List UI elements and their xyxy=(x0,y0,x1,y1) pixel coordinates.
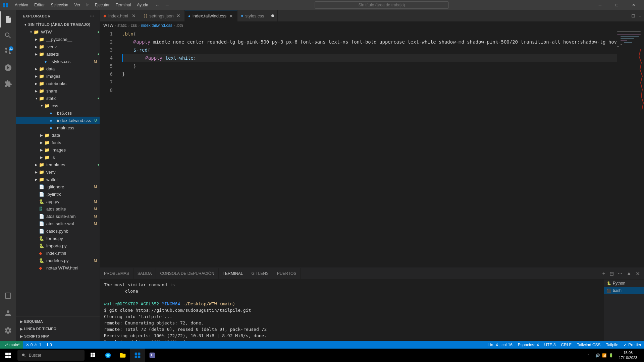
tree-atos-sqlite[interactable]: ▶ 🗄 atos.sqlite M xyxy=(16,205,100,213)
search-icon[interactable] xyxy=(0,27,16,44)
workspace-root[interactable]: ▾ SIN TÍTULO (ÁREA DE TRABAJO) xyxy=(16,21,100,28)
taskview-icon[interactable] xyxy=(86,349,101,362)
tab-index-html[interactable]: ◆ index.html ✕ xyxy=(100,10,140,21)
tree-css-folder[interactable]: ▾ 📁 css xyxy=(16,102,100,109)
tree-data[interactable]: ▶ 📁 data xyxy=(16,65,100,72)
extensions-icon[interactable] xyxy=(0,76,16,92)
breadcrumb-item[interactable]: index.tailwind.css xyxy=(141,23,172,28)
tab-styles-css[interactable]: ● styles.css xyxy=(237,10,278,21)
show-desktop-button[interactable] xyxy=(640,349,644,362)
prettier-status[interactable]: ✓ Prettier xyxy=(621,341,644,349)
menu-archivo[interactable]: Archivo xyxy=(12,2,31,8)
battery-icon[interactable]: 🔋 xyxy=(609,353,613,358)
teams-icon[interactable]: T xyxy=(145,349,160,362)
tree-static[interactable]: ▾ 📁 static ● xyxy=(16,95,100,102)
tab-gitlens[interactable]: GITLENS xyxy=(247,268,273,279)
taskbar-search[interactable]: Buscar xyxy=(17,350,85,361)
tree-pylintrc[interactable]: ▶ 📄 .pylintrc xyxy=(16,190,100,198)
wifi-icon[interactable]: 📶 xyxy=(602,353,607,358)
tree-forms-py[interactable]: ▶ 🐍 forms.py xyxy=(16,235,100,242)
tree-venv2[interactable]: ▶ 📁 venv xyxy=(16,168,100,176)
network-icon[interactable]: 🔊 xyxy=(595,353,600,358)
menu-seleccion[interactable]: Selección xyxy=(48,2,71,8)
maximize-panel-button[interactable]: ▲ xyxy=(625,270,633,277)
linea-tiempo-section[interactable]: ▶ LÍNEA DE TIEMPO xyxy=(16,325,100,333)
tree-index-html[interactable]: ▶ ◆ index.html xyxy=(16,249,100,257)
add-terminal-button[interactable]: + xyxy=(601,270,606,277)
tree-styles-css[interactable]: ▶ ● styles.css M xyxy=(16,58,100,65)
tab-consola[interactable]: CONSOLA DE DEPURACIÓN xyxy=(156,268,218,279)
breadcrumb-item[interactable]: static xyxy=(117,23,127,28)
tab-settings-json[interactable]: { } settings.json ✕ xyxy=(140,10,185,21)
tab-problemas[interactable]: PROBLEMAS xyxy=(100,268,133,279)
breadcrumb-item[interactable]: .btn xyxy=(176,23,183,28)
close-button[interactable]: ✕ xyxy=(626,0,641,10)
tree-templates[interactable]: ▶ 📁 templates ● xyxy=(16,161,100,168)
menu-terminal[interactable]: Terminal xyxy=(113,2,133,8)
back-button[interactable]: ← xyxy=(154,1,162,9)
tree-bs5-css[interactable]: ▶ ● bs5.css xyxy=(16,109,100,117)
close-panel-button[interactable]: ✕ xyxy=(634,270,641,278)
tree-atos-sqlite-shm[interactable]: ▶ 📄 atos.sqlite-shm M xyxy=(16,213,100,220)
files-icon[interactable] xyxy=(115,349,130,362)
tree-static-data[interactable]: ▶ 📁 data xyxy=(16,131,100,139)
menu-ver[interactable]: Ver xyxy=(71,2,83,8)
menu-ayuda[interactable]: Ayuda xyxy=(134,2,151,8)
python-session[interactable]: 🐍 Python xyxy=(604,280,644,287)
menu-editar[interactable]: Editar xyxy=(32,2,47,8)
encoding-status[interactable]: UTF-8 xyxy=(542,341,558,349)
debug-icon[interactable] xyxy=(0,60,16,76)
more-panel-button[interactable]: ··· xyxy=(616,270,624,277)
errors-status[interactable]: ✕ 0 ⚠ 1 xyxy=(23,341,44,349)
tab-close-icon[interactable]: ✕ xyxy=(131,13,137,18)
tree-images[interactable]: ▶ 📁 images xyxy=(16,72,100,80)
line-ending-status[interactable]: CRLF xyxy=(558,341,574,349)
tree-js[interactable]: ▶ 📁 js xyxy=(16,154,100,161)
tree-notebooks[interactable]: ▶ 📁 notebooks xyxy=(16,80,100,87)
tree-main-css[interactable]: ▶ ● main.css xyxy=(16,124,100,131)
breadcrumb-item[interactable]: WTW xyxy=(103,23,113,28)
sidebar-more-icon[interactable]: ··· xyxy=(89,13,96,19)
tree-static-images[interactable]: ▶ 📁 images xyxy=(16,146,100,154)
language-status[interactable]: Tailwind CSS xyxy=(574,341,603,349)
tailpile-status[interactable]: Tailpile xyxy=(603,341,621,349)
forward-button[interactable]: → xyxy=(163,1,171,9)
tree-folder-wtw[interactable]: ▾ 📁 WTW ● xyxy=(16,28,100,36)
tree-casos-pynb[interactable]: ▶ 📄 casos.pynb xyxy=(16,227,100,235)
maximize-button[interactable]: □ xyxy=(609,0,625,10)
split-terminal-button[interactable]: ⊟ xyxy=(608,270,615,278)
minimize-button[interactable]: ─ xyxy=(592,0,608,10)
tree-fonts[interactable]: ▶ 📁 fonts xyxy=(16,139,100,146)
more-actions-icon[interactable]: ··· xyxy=(637,13,641,18)
tree-assets[interactable]: ▶ 📁 assets ● xyxy=(16,50,100,58)
remote-icon[interactable] xyxy=(0,288,16,304)
edge-icon[interactable] xyxy=(101,349,115,362)
spaces-status[interactable]: Espacios: 4 xyxy=(515,341,542,349)
scripts-npm-section[interactable]: ▶ SCRIPTS NPM xyxy=(16,333,100,340)
editor-code[interactable]: .btn{ @apply middle none center rounded-… xyxy=(117,29,617,267)
account-icon[interactable] xyxy=(0,305,16,321)
breadcrumb-item[interactable]: css xyxy=(131,23,137,28)
line-col-status[interactable]: Lín. 4 , col 16 xyxy=(485,341,515,349)
git-icon[interactable]: 22 xyxy=(0,44,16,60)
windows-start-button[interactable] xyxy=(0,349,16,362)
menu-ir[interactable]: Ir xyxy=(84,2,91,8)
tree-importa-py[interactable]: ▶ 🐍 importa.py xyxy=(16,242,100,249)
tree-pycache[interactable]: ▶ 📁 __pycache__ xyxy=(16,36,100,43)
tab-salida[interactable]: SALIDA xyxy=(133,268,156,279)
tab-index-tailwind[interactable]: ● index.tailwind.css ✕ xyxy=(185,10,237,21)
terminal-content[interactable]: The most similar command is clone walte@… xyxy=(100,280,604,341)
tree-venv[interactable]: ▶ 📁 .venv xyxy=(16,43,100,50)
esquema-section[interactable]: ▶ ESQUEMA xyxy=(16,318,100,325)
tray-chevron[interactable]: ^ xyxy=(585,353,592,357)
vscode-taskbar-icon[interactable] xyxy=(130,349,145,362)
tab-close-icon[interactable]: ✕ xyxy=(228,13,234,19)
search-input[interactable] xyxy=(315,1,449,9)
tree-share[interactable]: ▶ 📁 share xyxy=(16,87,100,95)
settings-manage-icon[interactable] xyxy=(0,322,16,339)
system-clock[interactable]: 15:08 17/10/2023 xyxy=(616,350,640,361)
tab-close-icon[interactable]: ✕ xyxy=(176,13,181,18)
tree-notas-html[interactable]: ▶ ◆ notas WTW.html xyxy=(16,264,100,272)
tree-modelos-py[interactable]: ▶ 🐍 modelos.py M xyxy=(16,257,100,264)
menu-ejecutar[interactable]: Ejecutar xyxy=(92,2,112,8)
